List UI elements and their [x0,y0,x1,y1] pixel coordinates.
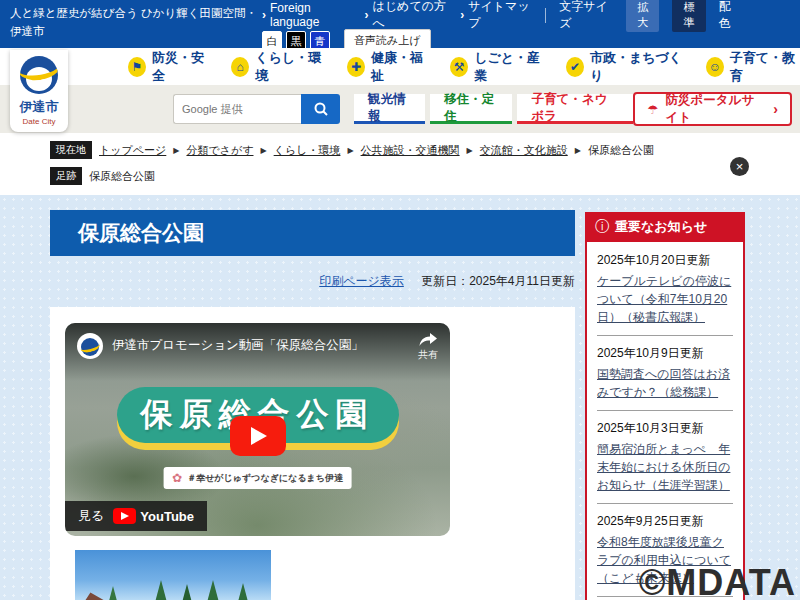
logo-city-subtitle: Date City [23,117,56,126]
video-tagline: ✿ ＃幸せがじゅずつなぎになるまち伊達 [163,467,352,489]
nav-item-city-government[interactable]: ✔ 市政・まちづくり [566,49,685,85]
close-icon[interactable]: × [730,157,749,176]
youtube-video-embed[interactable]: 伊達市プロモーション動画「保原総合公園」 共有 保原総合公園 ✿ ＃幸せがじゅず… [65,323,450,536]
news-date: 2025年10月9日更新 [597,345,733,362]
important-news-title: 重要なお知らせ [615,218,707,236]
portal-label: 防災ポータルサイト [666,92,767,126]
breadcrumb-current-page: 保原総合公園 [588,143,654,158]
share-button[interactable]: 共有 [418,333,438,362]
tree-shape [153,580,169,600]
youtube-logo: YouTube [113,508,194,524]
arrow-icon: ▶ [575,146,581,155]
nav-label: 市政・まちづくり [590,49,685,85]
color-scheme-label: 配色 [719,0,740,32]
nav-label: 子育て・教育 [730,49,800,85]
nav-item-health-welfare[interactable]: ✚ 健康・福祉 [347,49,429,85]
breadcrumb-home[interactable]: トップページ [99,143,166,158]
page-title: 保原総合公園 [50,210,575,256]
tab-childcare-neuvola[interactable]: 子育て・ネウボラ [517,94,633,124]
chevron-icon: › [365,8,369,22]
news-link[interactable]: ケーブルテレビの停波について（令和7年10月20日）（秘書広報課） [597,272,733,326]
breadcrumb-culture[interactable]: 交流館・文化施設 [480,143,568,158]
search-input[interactable] [173,94,301,124]
info-icon: ⓘ [595,218,609,236]
tree-shape [235,583,251,600]
breadcrumb-row: 現在地 トップページ ▶ 分類でさがす ▶ くらし・環境 ▶ 公共施設・交通機関… [50,140,800,160]
updated-date: 更新日：2025年4月11日更新 [421,274,575,288]
arrow-icon: ▶ [347,146,353,155]
share-label: 共有 [418,348,438,362]
breadcrumb-category[interactable]: 分類でさがす [186,143,253,158]
utility-bar: 人と緑と歴史が結び合う ひかり輝く田園空間・伊達市 › Foreign lang… [0,0,800,48]
tab-tourism[interactable]: 観光情報 [354,94,425,124]
news-date: 2025年10月3日更新 [597,420,733,437]
news-item: 2025年10月3日更新 簡易宿泊所とまっぺ 年末年始における休所日のお知らせ（… [597,420,733,504]
article-card: 伊達市プロモーション動画「保原総合公園」 共有 保原総合公園 ✿ ＃幸せがじゅず… [50,307,575,600]
channel-avatar [77,333,103,359]
chevron-icon: › [262,8,266,22]
youtube-wordmark: YouTube [140,509,194,524]
print-page-link[interactable]: 印刷ページ表示 [319,274,404,288]
play-button[interactable] [230,416,286,456]
chevron-right-icon: › [773,101,778,117]
link-first-visit[interactable]: › はじめての方へ [365,0,448,32]
news-date: 2025年10月20日更新 [597,252,733,269]
arrow-icon: ▶ [173,146,179,155]
search-icon [313,101,329,117]
share-icon [419,333,437,347]
breadcrumb-living[interactable]: くらし・環境 [274,143,341,158]
nav-label: 防災・安全 [152,49,210,85]
font-size-enlarge-button[interactable]: 拡大 [626,0,659,32]
utility-controls: › Foreign language › はじめての方へ › サイトマップ 文字… [262,5,740,43]
nav-item-living-environment[interactable]: ⌂ くらし・環境 [231,49,326,85]
city-hall-icon: ✔ [566,57,584,77]
flag-icon: ⚑ [128,57,146,77]
tagline-text: ＃幸せがじゅずつなぎになるまち伊達 [187,472,343,485]
font-size-standard-button[interactable]: 標準 [672,0,705,32]
youtube-play-icon [113,508,136,524]
news-link[interactable]: 国勢調査への回答はお済みですか？（総務課） [597,365,733,401]
search-subnav: 観光情報 移住・定住 子育て・ネウボラ ☂ 防災ポータルサイト › [0,85,800,133]
logo-city-name: 伊達市 [20,98,59,116]
briefcase-icon: ⚒ [450,57,468,77]
nav-item-disaster-safety[interactable]: ⚑ 防災・安全 [128,49,210,85]
utility-links-row: › Foreign language › はじめての方へ › サイトマップ 文字… [262,5,740,25]
search-button[interactable] [301,94,340,124]
link-label: Foreign language [270,1,352,29]
news-link[interactable]: 簡易宿泊所とまっぺ 年末年始における休所日のお知らせ（生涯学習課） [597,440,733,494]
link-label: はじめての方へ [373,0,448,32]
disaster-portal-button[interactable]: ☂ 防災ポータルサイト › [633,92,792,126]
breadcrumb: 現在地 トップページ ▶ 分類でさがす ▶ くらし・環境 ▶ 公共施設・交通機関… [0,133,800,195]
page: 人と緑と歴史が結び合う ひかり輝く田園空間・伊達市 › Foreign lang… [0,0,800,600]
footprint-badge: 足跡 [50,167,82,185]
page-title-bar: 保原総合公園 [50,210,575,256]
flower-icon: ✿ [172,471,182,485]
divider [545,8,546,23]
current-location-badge: 現在地 [50,141,92,159]
news-item: 2025年10月20日更新 ケーブルテレビの停波について（令和7年10月20日）… [597,252,733,336]
watch-label: 見る [78,507,104,525]
tree-shape [205,580,221,600]
main-content: 保原総合公園 印刷ページ表示 更新日：2025年4月11日更新 伊達市プロモーシ… [0,195,800,600]
video-title[interactable]: 伊達市プロモーション動画「保原総合公園」 [112,337,364,354]
date-city-emblem-icon [20,56,58,94]
link-foreign-language[interactable]: › Foreign language [262,1,352,29]
nav-label: くらし・環境 [255,49,326,85]
watermark: ©MDATA [639,562,796,600]
category-nav: ⚑ 防災・安全 ⌂ くらし・環境 ✚ 健康・福祉 ⚒ しごと・産業 ✔ 市政・ま… [0,48,800,85]
footprint-row: 足跡 保原総合公園 [50,166,800,186]
chevron-icon: › [460,8,464,22]
nav-item-childcare-education[interactable]: ☺ 子育て・教育 [706,49,800,85]
tab-migration[interactable]: 移住・定住 [430,94,512,124]
update-row: 印刷ページ表示 更新日：2025年4月11日更新 [50,273,575,290]
nav-label: しごと・産業 [474,49,545,85]
breadcrumb-facilities[interactable]: 公共施設・交通機関 [361,143,460,158]
park-photo [75,550,271,600]
watch-on-youtube-bar[interactable]: 見る YouTube [65,501,207,531]
link-sitemap[interactable]: › サイトマップ [460,0,532,32]
nav-item-work-industry[interactable]: ⚒ しごと・産業 [450,49,545,85]
umbrella-icon: ☂ [647,102,658,117]
font-size-label: 文字サイズ [559,0,613,32]
city-logo[interactable]: 伊達市 Date City [10,50,68,132]
important-news-panel: ⓘ 重要なお知らせ 2025年10月20日更新 ケーブルテレビの停波について（令… [585,212,745,600]
